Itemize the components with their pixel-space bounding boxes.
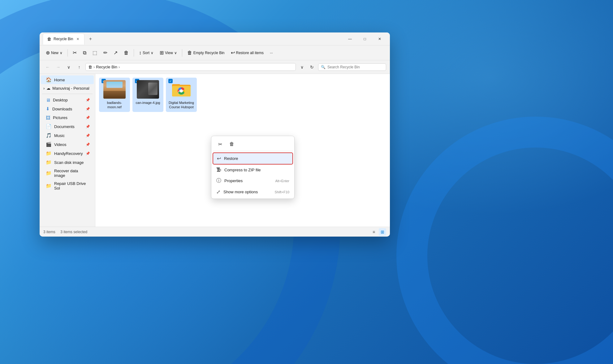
delete-button[interactable]: 🗑 (121, 49, 131, 57)
documents-icon: 📄 (46, 124, 52, 129)
ctx-properties-icon: ⓘ (216, 178, 221, 184)
maximize-button[interactable]: □ (358, 34, 372, 44)
paste-button[interactable]: ⬚ (90, 48, 100, 57)
rename-button[interactable]: ✏ (101, 48, 110, 57)
thumbnail-badlands (103, 80, 126, 99)
documents-pin: 📌 (86, 125, 90, 129)
forward-button[interactable]: → (54, 63, 63, 71)
restore-all-button[interactable]: ↩ Restore all items (228, 48, 266, 57)
ctx-restore-item[interactable]: ↩ Restore (213, 152, 293, 165)
music-pin: 📌 (86, 134, 90, 138)
sidebar-cloud-group[interactable]: › ☁ Manuviraj - Personal (41, 84, 94, 92)
handy-label: HandyRecovery (54, 151, 83, 156)
back-button[interactable]: ← (43, 63, 52, 71)
paste-icon: ⬚ (93, 50, 97, 56)
home-label: Home (54, 78, 65, 82)
refresh-button[interactable]: ↻ (308, 63, 316, 71)
cut-icon: ✂ (73, 50, 77, 56)
view-label: View (165, 51, 173, 55)
file-item-badlands[interactable]: ✓ badlands-moon.nef (99, 78, 130, 112)
sidebar-item-music[interactable]: 🎵 Music 📌 (41, 131, 94, 140)
svg-point-5 (180, 89, 183, 92)
tab-close-button[interactable]: ✕ (75, 36, 80, 42)
copy-button[interactable]: ⧉ (80, 49, 89, 57)
separator-3 (182, 49, 182, 57)
minimize-button[interactable]: — (343, 34, 357, 44)
ctx-compress-icon: 🗜 (216, 167, 221, 173)
sidebar-item-home[interactable]: 🏠 Home (41, 75, 94, 84)
sidebar-item-pictures[interactable]: 🖼 Pictures 📌 (41, 113, 94, 122)
title-bar: 🗑 Recycle Bin ✕ + — □ ✕ (40, 32, 390, 45)
close-button[interactable]: ✕ (373, 34, 387, 44)
new-label: New (51, 51, 58, 55)
status-right: ≡ ⊞ (370, 228, 386, 236)
context-menu: ✂ 🗑 ↩ Restore 🗜 Compress to ZIP file (211, 136, 295, 199)
desktop-pin: 📌 (86, 98, 90, 102)
restore-all-icon: ↩ (231, 50, 235, 56)
handy-icon: 📁 (46, 151, 52, 156)
more-options-button[interactable]: ··· (267, 49, 275, 57)
sort-chevron: ∨ (151, 51, 153, 55)
file-item-can[interactable]: ✓ can-image-4.jpg (132, 78, 163, 112)
sort-button[interactable]: ↕ Sort ∨ (136, 49, 156, 57)
downloads-icon: ⬇ (46, 106, 50, 112)
sidebar-item-downloads[interactable]: ⬇ Downloads 📌 (41, 105, 94, 113)
address-path[interactable]: 🗑 › Recycle Bin › (85, 63, 296, 71)
cut-button[interactable]: ✂ (70, 48, 79, 57)
rename-icon: ✏ (103, 50, 107, 56)
ctx-delete-button[interactable]: 🗑 (227, 139, 237, 149)
sidebar-item-videos[interactable]: 🎬 Videos 📌 (41, 140, 94, 149)
separator-1 (67, 49, 68, 57)
active-tab[interactable]: 🗑 Recycle Bin ✕ (43, 33, 84, 45)
filename-folder: Digital Marketing Course Hubspot (168, 101, 194, 109)
recent-button[interactable]: ∨ (64, 63, 73, 71)
documents-label: Documents (54, 124, 75, 129)
ctx-compress-label: Compress to ZIP file (224, 168, 261, 172)
empty-bin-icon: 🗑 (187, 50, 192, 56)
ctx-cut-button[interactable]: ✂ (215, 139, 225, 149)
new-icon: ⊕ (46, 50, 50, 56)
handy-pin: 📌 (86, 152, 90, 156)
sidebar-item-handy[interactable]: 📁 HandyRecovery 📌 (41, 149, 94, 158)
recycle-bin-tab-icon: 🗑 (47, 36, 52, 41)
copy-icon: ⧉ (83, 50, 86, 56)
ctx-more-item[interactable]: ⤢ Show more options Shift+F10 (213, 186, 293, 197)
empty-recycle-bin-button[interactable]: 🗑 Empty Recycle Bin (185, 49, 227, 57)
file-item-folder[interactable]: ✓ (166, 78, 197, 112)
ctx-properties-shortcut: Alt+Enter (275, 179, 289, 183)
up-button[interactable]: ↑ (75, 63, 84, 71)
grid-view-button[interactable]: ⊞ (379, 228, 386, 236)
search-input[interactable] (327, 65, 383, 69)
dropdown-button[interactable]: ∨ (298, 63, 306, 71)
new-button[interactable]: ⊕ New ∨ (43, 48, 65, 57)
ctx-compress-item[interactable]: 🗜 Compress to ZIP file (213, 165, 293, 175)
pictures-label: Pictures (53, 115, 67, 120)
sidebar-item-recover[interactable]: 📁 Recover data image (41, 167, 94, 179)
list-view-button[interactable]: ≡ (370, 228, 378, 236)
ctx-properties-item[interactable]: ⓘ Properties Alt+Enter (213, 175, 293, 186)
new-chevron: ∨ (60, 51, 63, 55)
toolbar: ⊕ New ∨ ✂ ⧉ ⬚ ✏ ↗ 🗑 ↕ Sort ∨ ⊞ (40, 45, 390, 60)
videos-icon: 🎬 (46, 142, 52, 147)
sidebar-item-repair[interactable]: 📁 Repair USB Drive Sol (41, 180, 94, 192)
sidebar-item-scan[interactable]: 📁 Scan disk image (41, 158, 94, 167)
view-chevron: ∨ (174, 51, 177, 55)
ctx-restore-icon: ↩ (217, 156, 221, 161)
thumbnail-folder (170, 80, 192, 99)
downloads-label: Downloads (52, 107, 72, 111)
sidebar-item-documents[interactable]: 📄 Documents 📌 (41, 122, 94, 131)
context-menu-top-bar: ✂ 🗑 (213, 137, 293, 151)
tab-area: 🗑 Recycle Bin ✕ + (43, 33, 343, 45)
view-button[interactable]: ⊞ View ∨ (157, 48, 179, 57)
cloud-label: Manuviraj - Personal (52, 86, 89, 91)
recycle-bin-path-item[interactable]: Recycle Bin (96, 65, 117, 69)
sidebar-item-desktop[interactable]: 🖥 Desktop 📌 (41, 96, 94, 104)
repair-label: Repair USB Drive Sol (54, 181, 90, 191)
share-button[interactable]: ↗ (111, 48, 120, 57)
home-icon: 🏠 (46, 77, 52, 83)
window-controls: — □ ✕ (343, 34, 387, 44)
desktop-icon: 🖥 (46, 97, 50, 103)
search-box[interactable]: 🔍 (318, 63, 386, 71)
sidebar-quick-access: 🏠 Home › ☁ Manuviraj - Personal 🖥 Deskto… (40, 74, 95, 194)
add-tab-button[interactable]: + (86, 34, 95, 44)
